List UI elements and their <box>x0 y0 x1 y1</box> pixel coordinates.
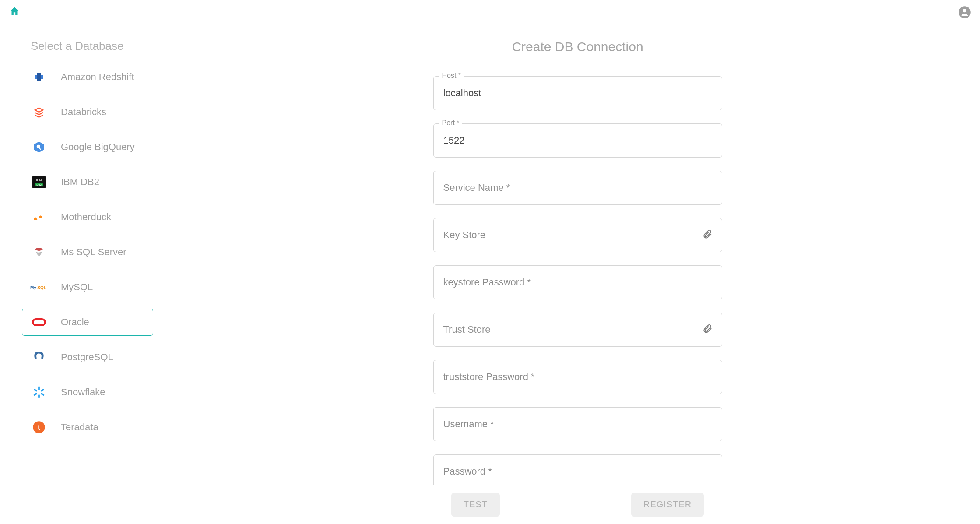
field-service-name <box>433 171 722 205</box>
sidebar-item-label: Snowflake <box>61 387 105 398</box>
svg-rect-19 <box>40 389 44 392</box>
svg-rect-20 <box>33 393 37 396</box>
sidebar-item-label: MySQL <box>61 281 93 293</box>
sidebar-item-ibm-db2[interactable]: IBMDB2 IBM DB2 <box>22 169 153 196</box>
svg-point-6 <box>37 145 40 148</box>
svg-text:SQL: SQL <box>37 285 46 290</box>
content: Create DB Connection Host * Port * <box>175 26 980 524</box>
field-password <box>433 454 722 489</box>
sidebar-item-google-bigquery[interactable]: Google BigQuery <box>22 134 153 161</box>
mysql-icon: MySQL <box>30 281 48 293</box>
keystore-password-input[interactable] <box>433 265 722 299</box>
teradata-icon: t <box>30 421 48 433</box>
sidebar-item-label: IBM DB2 <box>61 176 99 188</box>
action-bar: TEST REGISTER <box>175 485 980 524</box>
svg-rect-18 <box>38 394 40 398</box>
sidebar-item-snowflake[interactable]: Snowflake <box>22 379 153 406</box>
sidebar: Select a Database Amazon Redshift Databr… <box>0 26 175 524</box>
service-name-input[interactable] <box>433 171 722 205</box>
register-button[interactable]: REGISTER <box>631 493 704 517</box>
svg-point-15 <box>37 355 38 356</box>
svg-text:DB2: DB2 <box>36 183 42 186</box>
db-list: Amazon Redshift Databricks Google BigQue… <box>22 63 157 441</box>
field-truststore-password <box>433 360 722 394</box>
sidebar-title: Select a Database <box>31 39 157 53</box>
host-input[interactable] <box>433 76 722 110</box>
sidebar-item-oracle[interactable]: Oracle <box>22 309 153 336</box>
db2-icon: IBMDB2 <box>30 176 48 188</box>
svg-rect-3 <box>35 75 37 79</box>
svg-rect-14 <box>33 319 45 325</box>
sidebar-item-postgresql[interactable]: PostgreSQL <box>22 344 153 371</box>
svg-rect-22 <box>40 393 44 396</box>
snowflake-icon <box>30 386 48 398</box>
bigquery-icon <box>30 141 48 153</box>
sidebar-item-ms-sql-server[interactable]: Ms SQL Server <box>22 239 153 266</box>
username-input[interactable] <box>433 407 722 441</box>
mssql-icon <box>30 246 48 258</box>
svg-point-1 <box>963 9 966 12</box>
svg-text:My: My <box>30 285 36 290</box>
topbar <box>0 0 980 26</box>
field-host: Host * <box>433 76 722 110</box>
attachment-icon[interactable] <box>702 228 713 242</box>
sidebar-item-label: Teradata <box>61 422 98 433</box>
sidebar-item-label: Amazon Redshift <box>61 71 134 83</box>
sidebar-item-label: Ms SQL Server <box>61 246 126 258</box>
redshift-icon <box>30 71 48 83</box>
motherduck-icon <box>30 211 48 223</box>
field-key-store <box>433 218 722 252</box>
svg-point-16 <box>40 355 42 356</box>
home-icon[interactable] <box>9 6 20 20</box>
sidebar-item-label: PostgreSQL <box>61 352 113 363</box>
port-input[interactable] <box>433 123 722 158</box>
sidebar-item-label: Motherduck <box>61 211 111 223</box>
connection-form: Host * Port * <box>433 76 722 489</box>
svg-text:t: t <box>38 423 40 432</box>
svg-text:IBM: IBM <box>36 179 42 182</box>
svg-rect-21 <box>33 389 37 392</box>
page-title: Create DB Connection <box>193 39 962 54</box>
host-label: Host * <box>439 72 464 80</box>
truststore-password-input[interactable] <box>433 360 722 394</box>
test-button[interactable]: TEST <box>451 493 500 517</box>
sidebar-item-label: Oracle <box>61 317 89 328</box>
oracle-icon <box>30 316 48 328</box>
sidebar-item-motherduck[interactable]: Motherduck <box>22 204 153 231</box>
key-store-input[interactable] <box>433 218 722 252</box>
trust-store-input[interactable] <box>433 313 722 347</box>
field-keystore-password <box>433 265 722 299</box>
svg-rect-4 <box>41 75 43 79</box>
sidebar-item-teradata[interactable]: t Teradata <box>22 414 153 441</box>
port-label: Port * <box>439 119 462 127</box>
sidebar-item-label: Google BigQuery <box>61 141 135 153</box>
databricks-icon <box>30 106 48 118</box>
sidebar-item-amazon-redshift[interactable]: Amazon Redshift <box>22 63 153 91</box>
field-username <box>433 407 722 441</box>
svg-rect-17 <box>38 386 40 390</box>
postgresql-icon <box>30 351 48 363</box>
sidebar-item-mysql[interactable]: MySQL MySQL <box>22 274 153 301</box>
attachment-icon[interactable] <box>702 323 713 337</box>
sidebar-item-databricks[interactable]: Databricks <box>22 98 153 126</box>
svg-rect-2 <box>37 73 41 81</box>
user-avatar-icon[interactable] <box>958 6 971 21</box>
password-input[interactable] <box>433 454 722 489</box>
field-trust-store <box>433 313 722 347</box>
sidebar-item-label: Databricks <box>61 106 106 118</box>
field-port: Port * <box>433 123 722 158</box>
